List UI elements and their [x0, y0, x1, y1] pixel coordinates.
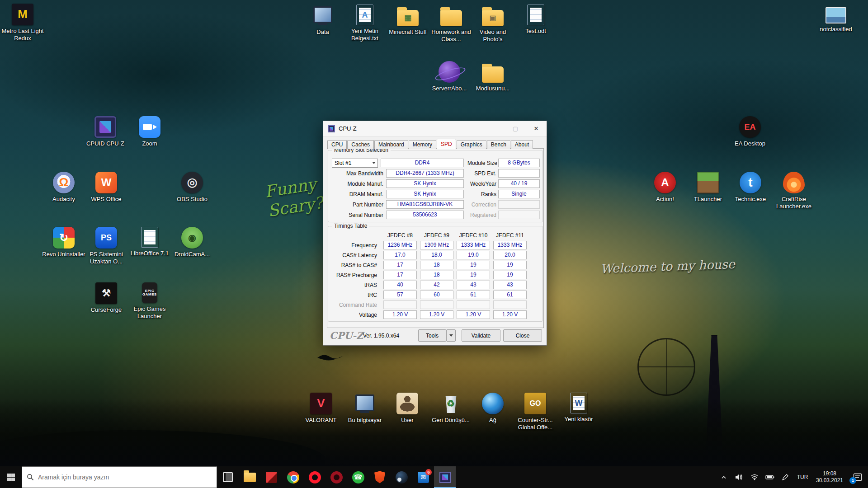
taskbar-app-icon[interactable]	[434, 466, 456, 488]
desktop-icon[interactable]: LibreOffice 7.1	[128, 227, 171, 257]
timings-cell: 1.20 V	[493, 310, 527, 319]
desktop-icon[interactable]: Modlusunu...	[471, 61, 514, 92]
taskbar-app-icon[interactable]	[391, 466, 412, 488]
cpuz-tab[interactable]: Memory	[409, 140, 436, 149]
volume-icon[interactable]	[731, 466, 747, 488]
taskbar-app-icon[interactable]	[260, 466, 282, 488]
desktop-icon[interactable]: Homework and Class...	[429, 5, 473, 43]
desktop-icon[interactable]: ♻ Geri Dönüşü...	[429, 393, 472, 424]
app-glyph-icon	[244, 473, 256, 482]
desktop-icon[interactable]: ◉ DroidCamA...	[170, 227, 214, 258]
cpuz-tab[interactable]: SPD	[437, 139, 456, 149]
desktop-icon-image: ↻	[53, 227, 75, 249]
desktop-icon[interactable]: Data	[301, 5, 344, 36]
desktop-icon[interactable]: User	[386, 393, 429, 424]
desktop-icon[interactable]: TLauncher	[686, 172, 730, 203]
desktop-icon-label: Video and Photo's	[471, 28, 514, 43]
desktop-icon[interactable]: A Yeni Metin Belgesi.txt	[343, 5, 387, 42]
spd-field-value: 8 GBytes	[498, 159, 540, 167]
desktop-icon[interactable]: ↻ Revo Uninstaller	[42, 227, 85, 258]
desktop-icon[interactable]: Test.odt	[514, 5, 557, 35]
clock[interactable]: 19:08 30.03.2021	[812, 470, 847, 484]
taskbar-app-icon[interactable]	[304, 466, 326, 488]
desktop-icon[interactable]: ⚒ CurseForge	[85, 282, 128, 314]
desktop-icon[interactable]: t Technic.exe	[729, 172, 772, 203]
desktop-icon-image: GO	[524, 393, 546, 414]
maximize-button[interactable]: ▢	[505, 121, 526, 136]
desktop-icon[interactable]: Ağ	[471, 393, 514, 424]
cpuz-tab[interactable]: CPU	[327, 140, 347, 149]
cpuz-tab[interactable]: Graphics	[457, 140, 486, 149]
timings-cell: 1333 MHz	[493, 241, 527, 249]
taskbar-app-icon[interactable]: ✉ 6	[412, 466, 434, 488]
language-indicator[interactable]: TUR	[793, 474, 812, 480]
desktop-icon-label: Counter-Str... Global Offe...	[514, 417, 557, 432]
desktop-icon[interactable]: V VALORANT	[299, 393, 343, 424]
tools-button[interactable]: Tools	[418, 329, 446, 342]
desktop-icon-image: A	[356, 5, 373, 25]
ferris-wheel-silhouette	[637, 338, 695, 396]
spd-field-row: SPD Ext.	[467, 169, 540, 178]
desktop-icon[interactable]: Ω Audacity	[42, 172, 85, 203]
desktop-icon-image: W	[570, 393, 587, 413]
desktop-icon[interactable]: ◎ OBS Studio	[170, 172, 214, 203]
desktop-icon[interactable]: A Action!	[643, 172, 687, 203]
search-input[interactable]	[38, 474, 212, 481]
cpuz-titlebar[interactable]: CPU-Z — ▢ ✕	[323, 121, 547, 136]
validate-button[interactable]: Validate	[462, 329, 500, 342]
wifi-icon[interactable]	[747, 466, 762, 488]
slot-select-dropdown[interactable]: Slot #1	[332, 159, 378, 168]
taskbar-app-icon[interactable]	[369, 466, 391, 488]
desktop-icon[interactable]: W WPS Office	[85, 172, 128, 203]
cpuz-tab[interactable]: Mainboard	[374, 140, 408, 149]
action-center-button[interactable]: 1	[847, 466, 868, 488]
timings-cell	[420, 300, 453, 309]
desktop-icon[interactable]: CPUID CPU-Z	[84, 116, 127, 147]
desktop-icon[interactable]: W Yeni klasör	[557, 393, 600, 423]
desktop-icon[interactable]: PS PS Sistemini Uzaktan O...	[85, 227, 128, 266]
spd-field-label: Max Bandwidth	[332, 170, 386, 177]
desktop-icon-label: EA Desktop	[735, 140, 765, 147]
desktop-icon[interactable]: EPIC GAMES Epic Games Launcher	[128, 282, 171, 320]
desktop-icon-label: VALORANT	[305, 417, 336, 424]
window-title: CPU-Z	[339, 125, 357, 132]
timings-column-header: JEDEC #10	[457, 232, 490, 239]
battery-icon[interactable]	[762, 466, 778, 488]
desktop-icon[interactable]: ServerrAbo...	[428, 61, 471, 92]
task-view-button[interactable]	[217, 466, 239, 488]
desktop-icon[interactable]: CraftRise Launcher.exe	[772, 172, 816, 211]
desktop-icon[interactable]: Zoom	[128, 116, 171, 147]
desktop-icon-label: Yeni klasör	[564, 416, 593, 423]
spd-field-value: HMA81GS6DJR8N-VK	[386, 200, 464, 209]
task-view-icon	[223, 472, 233, 482]
close-button[interactable]: Close	[503, 329, 542, 342]
cpuz-tab[interactable]: About	[511, 140, 533, 149]
desktop-icon[interactable]: GO Counter-Str... Global Offe...	[514, 393, 557, 432]
close-icon[interactable]: ✕	[526, 121, 547, 136]
desktop-icon-image: W	[95, 172, 117, 193]
taskbar-app-icon[interactable]	[239, 466, 260, 488]
start-button[interactable]	[0, 466, 22, 488]
timings-column-header: JEDEC #9	[420, 232, 453, 239]
desktop-icon[interactable]: EA EA Desktop	[728, 116, 772, 147]
taskbar-search[interactable]	[22, 466, 217, 488]
timings-cell: 19	[493, 261, 527, 269]
hidden-icons-chevron[interactable]	[716, 466, 731, 488]
desktop-icon[interactable]: ▣ Video and Photo's	[471, 5, 514, 43]
cpuz-tab[interactable]: Caches	[347, 140, 374, 149]
desktop-icon[interactable]: ▦ Minecraft Stuff	[386, 5, 429, 36]
pen-icon[interactable]	[778, 466, 793, 488]
desktop-icon[interactable]: Bu bilgisayar	[343, 393, 387, 424]
desktop-icon[interactable]: notclassified	[814, 5, 858, 33]
cpuz-tab[interactable]: Bench	[487, 140, 510, 149]
desktop-icon-label: Ağ	[489, 417, 496, 424]
timings-cell	[493, 300, 527, 309]
tools-dropdown-arrow[interactable]	[446, 329, 456, 342]
taskbar-app-icon[interactable]	[326, 466, 347, 488]
minimize-button[interactable]: —	[484, 121, 505, 136]
desktop-icon[interactable]: M Metro Last Light Redux	[1, 4, 44, 42]
timings-cell: 1.20 V	[420, 310, 453, 319]
taskbar-app-icon[interactable]	[282, 466, 304, 488]
desktop-icon-label: Revo Uninstaller	[42, 251, 85, 258]
taskbar-app-icon[interactable]: ☎	[347, 466, 369, 488]
